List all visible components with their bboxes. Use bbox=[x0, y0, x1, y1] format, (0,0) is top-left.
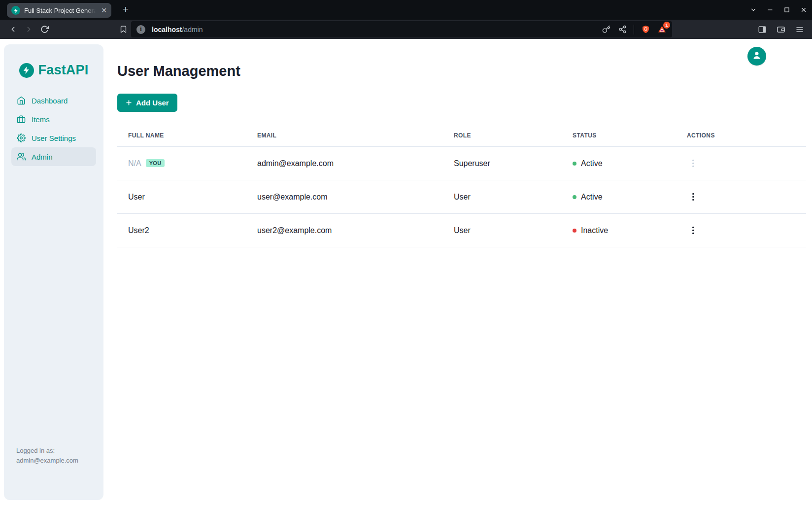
status-dot-icon bbox=[573, 162, 576, 166]
logged-in-email: admin@example.com bbox=[16, 456, 78, 466]
table-row: N/AYOUadmin@example.comSuperuserActive bbox=[117, 147, 806, 180]
sidebar-item-admin[interactable]: Admin bbox=[11, 147, 96, 166]
browser-toolbar: i localhost/admin 1 bbox=[0, 20, 812, 39]
sidebar-nav: DashboardItemsUser SettingsAdmin bbox=[4, 91, 103, 166]
logged-in-info: Logged in as: admin@example.com bbox=[16, 446, 78, 466]
row-actions-menu-icon[interactable] bbox=[687, 224, 700, 237]
page-content: FastAPI DashboardItemsUser SettingsAdmin… bbox=[0, 39, 812, 505]
row-actions-menu-icon bbox=[687, 157, 700, 170]
fastapi-bolt-icon bbox=[19, 63, 34, 78]
divider bbox=[634, 25, 634, 34]
brave-rewards-icon[interactable]: 1 bbox=[657, 25, 667, 34]
cell-actions bbox=[676, 180, 806, 214]
page-title: User Management bbox=[117, 63, 806, 79]
url-text[interactable]: localhost/admin bbox=[152, 26, 203, 34]
you-badge: YOU bbox=[146, 159, 165, 167]
briefcase-icon bbox=[17, 115, 26, 124]
row-actions-menu-icon[interactable] bbox=[687, 191, 700, 203]
cell-full-name: N/AYOU bbox=[117, 147, 246, 180]
wallet-icon[interactable] bbox=[774, 22, 788, 37]
back-icon[interactable] bbox=[5, 22, 21, 37]
status-label: Inactive bbox=[581, 226, 608, 235]
new-tab-button[interactable]: + bbox=[120, 4, 132, 16]
reload-icon[interactable] bbox=[36, 22, 52, 37]
close-icon[interactable] bbox=[800, 6, 807, 14]
cell-status: Active bbox=[562, 180, 676, 214]
gear-icon bbox=[17, 134, 26, 142]
users-icon bbox=[17, 152, 26, 161]
cell-email: user2@example.com bbox=[246, 214, 443, 247]
tab-title: Full Stack Project Genera bbox=[24, 7, 97, 14]
window-controls bbox=[749, 0, 807, 20]
fastapi-favicon-icon bbox=[11, 6, 20, 15]
table-row: Useruser@example.comUserActive bbox=[117, 180, 806, 214]
tab-close-icon[interactable]: ✕ bbox=[101, 7, 107, 14]
brave-shield-icon[interactable] bbox=[641, 25, 650, 34]
menu-hamburger-icon[interactable] bbox=[792, 22, 807, 37]
url-host: localhost bbox=[152, 26, 182, 34]
plus-icon bbox=[126, 100, 132, 106]
cell-role: Superuser bbox=[443, 147, 562, 180]
add-user-label: Add User bbox=[136, 99, 169, 107]
users-table-wrap: FULL NAMEEMAILROLESTATUSACTIONS N/AYOUad… bbox=[117, 125, 806, 247]
logged-in-label: Logged in as: bbox=[16, 446, 78, 456]
add-user-button[interactable]: Add User bbox=[117, 94, 177, 112]
cell-actions bbox=[676, 214, 806, 247]
fastapi-logo: FastAPI bbox=[4, 44, 103, 78]
column-header: EMAIL bbox=[246, 125, 443, 147]
table-header-row: FULL NAMEEMAILROLESTATUSACTIONS bbox=[117, 125, 806, 147]
maximize-icon[interactable] bbox=[783, 6, 790, 14]
password-key-icon[interactable] bbox=[601, 25, 611, 34]
cell-full-name: User2 bbox=[117, 214, 246, 247]
sidebar-item-label: User Settings bbox=[32, 134, 76, 142]
sidebar-item-user-settings[interactable]: User Settings bbox=[11, 129, 96, 147]
table-row: User2user2@example.comUserInactive bbox=[117, 214, 806, 247]
share-icon[interactable] bbox=[617, 25, 627, 34]
sidebar: FastAPI DashboardItemsUser SettingsAdmin… bbox=[4, 44, 103, 500]
sidebar-item-label: Items bbox=[32, 115, 50, 124]
sidebar-item-items[interactable]: Items bbox=[11, 110, 96, 129]
sidebar-item-label: Dashboard bbox=[32, 97, 68, 105]
browser-titlebar: Full Stack Project Genera ✕ + bbox=[0, 0, 812, 20]
main-panel: User Management Add User FULL NAMEEMAILR… bbox=[103, 39, 812, 505]
home-icon bbox=[17, 96, 26, 105]
column-header: FULL NAME bbox=[117, 125, 246, 147]
url-path: /admin bbox=[182, 26, 203, 34]
users-table: FULL NAMEEMAILROLESTATUSACTIONS N/AYOUad… bbox=[117, 125, 806, 247]
cell-role: User bbox=[443, 180, 562, 214]
cell-email: user@example.com bbox=[246, 180, 443, 214]
cell-full-name: User bbox=[117, 180, 246, 214]
cell-email: admin@example.com bbox=[246, 147, 443, 180]
rewards-count-badge: 1 bbox=[663, 22, 670, 29]
cell-status: Active bbox=[562, 147, 676, 180]
status-label: Active bbox=[581, 159, 603, 168]
tab-search-chevron-icon[interactable] bbox=[749, 6, 757, 14]
address-bar[interactable]: i localhost/admin 1 bbox=[131, 21, 672, 37]
sidebar-item-label: Admin bbox=[32, 153, 53, 161]
cell-status: Inactive bbox=[562, 214, 676, 247]
site-info-icon[interactable]: i bbox=[136, 25, 145, 34]
forward-icon[interactable] bbox=[21, 22, 36, 37]
cell-actions bbox=[676, 147, 806, 180]
browser-tab[interactable]: Full Stack Project Genera ✕ bbox=[7, 3, 111, 18]
sidebar-item-dashboard[interactable]: Dashboard bbox=[11, 91, 96, 110]
table-body: N/AYOUadmin@example.comSuperuserActiveUs… bbox=[117, 147, 806, 247]
status-label: Active bbox=[581, 193, 603, 202]
minimize-icon[interactable] bbox=[766, 6, 774, 14]
status-dot-icon bbox=[573, 229, 576, 233]
cell-role: User bbox=[443, 214, 562, 247]
bookmark-icon[interactable] bbox=[115, 22, 131, 37]
logo-text: FastAPI bbox=[38, 63, 89, 78]
status-dot-icon bbox=[573, 195, 576, 199]
column-header: ACTIONS bbox=[676, 125, 806, 147]
sidebar-panel-icon[interactable] bbox=[755, 22, 770, 37]
column-header: STATUS bbox=[562, 125, 676, 147]
column-header: ROLE bbox=[443, 125, 562, 147]
